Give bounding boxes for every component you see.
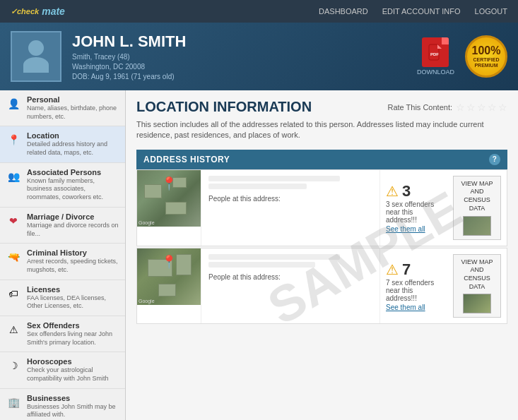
offender-count-1: 3 [402,182,411,200]
sidebar-associated-desc: Known family members, business associate… [27,177,119,202]
address-history-header: ADDRESS HISTORY ? [136,150,507,169]
star-1[interactable]: ☆ [456,102,465,113]
sidebar-horoscopes-desc: Check your astrological compatibility wi… [27,366,119,383]
sidebar-sex-offenders-desc: Sex offenders living near John Smith's p… [27,330,119,347]
profile-detail-1: Smith, Tracey (48) [72,53,406,61]
sidebar-businesses-desc: Businesses John Smith may be affiliated … [27,403,119,419]
sidebar-licenses-title: Licenses [27,285,119,294]
personal-icon: 👤 [6,96,21,112]
marriage-icon: ❤ [6,213,21,229]
sidebar-businesses-title: Businesses [27,394,119,402]
see-all-link-2[interactable]: See them all [386,304,446,311]
sidebar-criminal-desc: Arrest records, speeding tickets, mugsho… [27,258,119,274]
map-label-2: Google [139,299,155,304]
view-map-label-1: VIEW MAP ANDCENSUS DATA [458,180,496,213]
offender-count-row-1: ⚠ 3 [386,182,446,200]
address-middle-1: People at this address: [201,170,379,246]
address-blurred-4 [208,262,315,268]
address-map-2: 📍 Google [137,248,201,305]
sidebar: 👤 Personal Name, aliases, birthdate, pho… [0,90,126,420]
main-layout: 👤 Personal Name, aliases, birthdate, pho… [0,90,518,420]
address-middle-2: People at this address: [201,248,379,324]
profile-info: JOHN L. SMITH Smith, Tracey (48) Washing… [72,32,406,80]
satellite-map-2: 📍 Google [137,248,201,305]
nav-links: DASHBOARD EDIT ACCOUNT INFO LOGOUT [319,7,507,16]
star-4[interactable]: ☆ [488,102,497,113]
sidebar-horoscopes-title: Horoscopes [27,357,119,366]
address-people-1: People at this address: [208,195,372,203]
view-map-btn-1[interactable]: VIEW MAP ANDCENSUS DATA [453,176,501,240]
map-label-1: Google [139,220,155,225]
sidebar-sex-offenders-text: Sex Offenders Sex offenders living near … [27,321,119,347]
profile-detail-3: DOB: Aug 9, 1961 (71 years old) [72,73,406,80]
content-header: LOCATION INFORMATION Rate This Content: … [136,99,507,119]
offender-count-2: 7 [402,260,411,279]
sidebar-item-personal[interactable]: 👤 Personal Name, aliases, birthdate, pho… [0,90,125,126]
map-thumb-2 [463,294,491,313]
map-building-1 [144,184,162,198]
sidebar-businesses-text: Businesses Businesses John Smith may be … [27,394,119,419]
warning-icon-1: ⚠ [386,183,399,200]
sidebar-licenses-text: Licenses FAA licenses, DEA licenses, Oth… [27,285,119,311]
premium-badge: 100% CERTIFIEDPREMIUM [465,35,507,78]
sidebar-licenses-desc: FAA licenses, DEA licenses, Other Licens… [27,294,119,311]
pdf-download-button[interactable]: PDF DOWNLOAD [417,37,454,76]
profile-badges: PDF DOWNLOAD 100% CERTIFIEDPREMIUM [417,35,507,78]
address-blurred-1 [208,176,340,181]
dashboard-link[interactable]: DASHBOARD [319,7,368,16]
profile-name: JOHN L. SMITH [72,32,406,51]
businesses-icon: 🏢 [6,395,21,410]
sidebar-item-licenses[interactable]: 🏷 Licenses FAA licenses, DEA licenses, O… [0,280,125,316]
horoscopes-icon: ☽ [6,358,21,373]
address-people-2: People at this address: [208,273,372,281]
view-map-btn-2[interactable]: VIEW MAP ANDCENSUS DATA [453,254,501,318]
sidebar-item-sex-offenders[interactable]: ⚠ Sex Offenders Sex offenders living nea… [0,316,125,352]
sidebar-item-associated[interactable]: 👥 Associated Persons Known family member… [0,163,125,208]
profile-detail-2: Washington, DC 20008 [72,63,406,71]
see-all-link-1[interactable]: See them all [386,225,446,233]
star-3[interactable]: ☆ [477,102,486,113]
sex-offenders-icon: ⚠ [6,322,21,337]
offender-label-1: 3 sex offenders near this address!!! [386,200,446,224]
sidebar-personal-desc: Name, aliases, birthdate, phone numbers,… [27,104,119,121]
star-2[interactable]: ☆ [466,102,476,113]
address-blurred-3 [208,254,340,260]
sidebar-marriage-title: Marriage / Divorce [27,212,119,221]
map-building-6 [176,254,192,275]
section-description: This section includes all of the address… [136,119,507,141]
pdf-svg-icon: PDF [428,44,442,61]
rating-label: Rate This Content: [387,103,452,112]
sidebar-item-horoscopes[interactable]: ☽ Horoscopes Check your astrological com… [0,352,125,388]
section-title: LOCATION INFORMATION [136,99,312,115]
map-thumb-1 [463,216,491,236]
sidebar-horoscopes-text: Horoscopes Check your astrological compa… [27,357,119,383]
address-map-1: 📍 Google [137,170,201,227]
address-right-1: ⚠ 3 3 sex offenders near this address!!!… [379,170,507,246]
associated-icon: 👥 [6,169,21,184]
sidebar-marriage-desc: Marriage and divorce records on file... [27,222,119,238]
sidebar-location-title: Location [27,131,119,140]
sidebar-location-text: Location Detailed address history and re… [27,131,119,157]
sidebar-item-marriage[interactable]: ❤ Marriage / Divorce Marriage and divorc… [0,208,125,244]
map-building-5 [158,284,176,296]
map-pin-2: 📍 [161,254,177,270]
avatar-head [28,40,44,56]
location-icon: 📍 [6,132,21,148]
premium-percent: 100% [472,44,501,57]
edit-account-link[interactable]: EDIT ACCOUNT INFO [382,7,461,16]
top-navigation: ✓checkmate DASHBOARD EDIT ACCOUNT INFO L… [0,0,518,23]
sidebar-item-criminal[interactable]: 🔫 Criminal History Arrest records, speed… [0,244,125,280]
stars[interactable]: ☆ ☆ ☆ ☆ ☆ [456,102,507,113]
sidebar-personal-title: Personal [27,95,119,104]
sidebar-item-businesses[interactable]: 🏢 Businesses Businesses John Smith may b… [0,389,125,420]
sidebar-associated-title: Associated Persons [27,168,119,176]
licenses-icon: 🏷 [6,286,21,301]
sidebar-item-location[interactable]: 📍 Location Detailed address history and … [0,126,125,162]
help-icon[interactable]: ? [489,154,500,165]
star-5[interactable]: ☆ [498,102,507,113]
address-card-2: 📍 Google People at this address: ⚠ 7 [136,248,507,325]
sidebar-marriage-text: Marriage / Divorce Marriage and divorce … [27,212,119,238]
offender-info-1: ⚠ 3 3 sex offenders near this address!!!… [386,182,446,233]
offender-label-2: 7 sex offenders near this address!!! [386,279,446,302]
logout-link[interactable]: LOGOUT [475,7,507,16]
